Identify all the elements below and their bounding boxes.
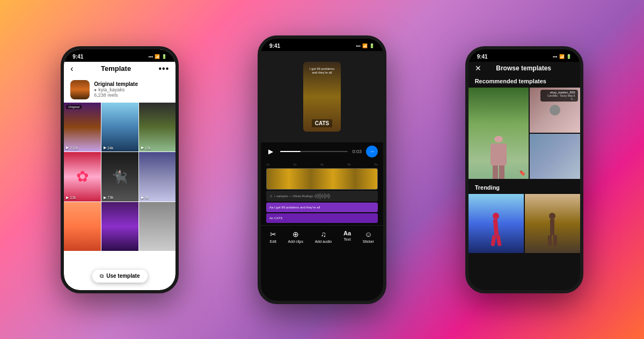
sticker-icon: ☺ — [364, 230, 372, 239]
wifi-icon-3: 📶 — [559, 54, 565, 59]
ruler-3s: 3s — [320, 163, 324, 166]
grid-thumb-0 — [64, 103, 101, 152]
main-container: 9:41 ▪▪▪ 📶 🔋 ‹ Template ••• Origin — [0, 0, 644, 339]
rec-side-top[interactable]: okay_kaiden_859 CaroMia · Tacey Was A C.… — [530, 88, 580, 133]
signal-icon: ▪▪▪ — [149, 54, 153, 59]
grid-item-8[interactable] — [139, 202, 176, 251]
grid-item-2[interactable]: ▶ 13k — [139, 103, 176, 152]
music-icon: ♫ — [269, 194, 272, 198]
video-preview: I got 99 problems and they're all CATS — [261, 51, 383, 142]
original-badge: Original — [66, 105, 82, 109]
status-icons-1: ▪▪▪ 📶 🔋 — [149, 54, 167, 59]
toolbar-text[interactable]: Aa Text — [343, 230, 351, 243]
view-count-3: ▶ 11k — [66, 196, 76, 200]
grid-thumb-2 — [139, 103, 176, 152]
text-icon: Aa — [343, 230, 351, 236]
back-button[interactable]: ‹ — [70, 64, 73, 74]
phone1-title: Template — [101, 64, 131, 73]
ruler-4s: 4s — [347, 163, 350, 166]
caption-bar-1[interactable]: Aa I got 99 problems and they're all — [266, 203, 378, 212]
phone-2: 9:41 ▪▪▪ 📶 🔋 I got 99 problems and they'… — [258, 35, 386, 304]
rec-main-item[interactable]: 🔖 — [469, 88, 529, 179]
play-button[interactable]: ▶ — [266, 147, 276, 156]
use-template-button[interactable]: ⧉ Use template — [92, 270, 147, 283]
trending-item-1[interactable] — [469, 194, 524, 253]
play-icon-5: ▶ — [141, 196, 144, 200]
grid-thumb-1 — [101, 103, 138, 152]
play-icon-0: ▶ — [66, 146, 69, 150]
notch-3 — [508, 49, 540, 54]
grid-thumb-6 — [64, 202, 101, 251]
grid-item-5[interactable]: ▶ 8k — [139, 152, 176, 201]
use-template-icon: ⧉ — [100, 273, 104, 279]
grid-item-3[interactable]: ✿ ▶ 11k — [64, 152, 101, 201]
caption-text-1: Aa I got 99 problems and they're all — [269, 206, 320, 209]
battery-icon-3: 🔋 — [566, 54, 572, 59]
person-figure — [485, 125, 512, 179]
dance-silhouette-2 — [541, 210, 563, 253]
status-time-1: 9:41 — [72, 54, 83, 60]
grid-item-6[interactable] — [64, 202, 101, 251]
toolbar-edit[interactable]: ✂ Edit — [270, 230, 276, 243]
toolbar-add-audio[interactable]: ♫ Add audio — [315, 230, 332, 243]
next-button[interactable]: → — [366, 146, 378, 157]
use-template-label: Use template — [106, 273, 140, 279]
add-audio-label: Add audio — [315, 240, 332, 243]
play-icon-1: ▶ — [104, 146, 106, 150]
timeline-bar[interactable] — [280, 151, 348, 152]
phone-3: 9:41 ▪▪▪ 📶 🔋 ✕ Browse templates Recommen… — [465, 46, 583, 293]
username-badge: okay_kaiden_859 CaroMia · Tacey Was A C.… — [540, 90, 578, 102]
clip-strip[interactable] — [266, 168, 378, 190]
recommended-grid: 🔖 okay_kaiden_859 CaroMia · Tacey Was A … — [469, 88, 580, 179]
profile-avatar — [70, 80, 90, 99]
time-label: 0:03 — [352, 149, 362, 154]
status-time-3: 9:41 — [477, 54, 488, 60]
caption-bar-2[interactable]: An CATS — [266, 213, 378, 223]
rec-side-bottom[interactable] — [530, 134, 580, 179]
phone1-profile: Original template ● kyia_kayaks 6,238 re… — [64, 77, 175, 103]
close-button[interactable]: ✕ — [475, 64, 481, 73]
phone-1-screen: 9:41 ▪▪▪ 📶 🔋 ‹ Template ••• Origin — [64, 49, 175, 290]
grid-thumb-8 — [139, 202, 176, 251]
status-icons-2: ▪▪▪ 📶 🔋 — [356, 44, 375, 48]
ruler-5s: 5s — [375, 163, 378, 166]
add-clips-label: Add clips — [288, 240, 303, 243]
profile-icon: ● — [94, 88, 97, 92]
status-time-2: 9:41 — [269, 43, 280, 49]
bottom-toolbar: ✂ Edit ⊕ Add clips ♫ Add audio Aa Text ☺ — [261, 225, 383, 246]
edit-icon: ✂ — [270, 230, 276, 239]
media-grid: Original ▶ 212k ▶ 24k ▶ — [64, 103, 175, 251]
grid-thumb-3: ✿ — [64, 152, 101, 201]
grid-item-0[interactable]: Original ▶ 212k — [64, 103, 101, 152]
timeline-ruler: 1s 2s 3s 4s 5s — [261, 161, 383, 168]
ruler-1s: 1s — [266, 163, 269, 166]
trending-grid — [469, 194, 580, 253]
grid-thumb-4: 🐈‍⬛ — [101, 152, 138, 201]
view-count-2: ▶ 13k — [141, 146, 151, 150]
recommended-section-label: Recommended templates — [469, 76, 580, 88]
trending-item-2[interactable] — [525, 194, 580, 253]
grid-item-1[interactable]: ▶ 24k — [101, 103, 138, 152]
bookmark-icon[interactable]: 🔖 — [519, 170, 525, 176]
notch-2 — [306, 39, 338, 43]
playback-bar: ▶ 0:03 → — [261, 142, 383, 161]
grid-thumb-7 — [101, 202, 138, 251]
phone3-header: ✕ Browse templates — [469, 62, 580, 76]
view-count-4: ▶ 73k — [104, 196, 113, 200]
signal-icon-3: ▪▪▪ — [553, 54, 558, 59]
view-count-0: ▶ 212k — [66, 146, 78, 150]
timeline-progress — [280, 151, 301, 152]
play-icon-3: ▶ — [66, 196, 69, 200]
grid-item-4[interactable]: 🐈‍⬛ ▶ 73k — [101, 152, 138, 201]
profile-info: Original template ● kyia_kayaks 6,238 re… — [94, 81, 138, 98]
overlay-text-1: I got 99 problems and they're all — [307, 67, 336, 76]
audio-waveform — [314, 193, 375, 199]
toolbar-sticker[interactable]: ☺ Sticker — [363, 230, 374, 243]
grid-thumb-5 — [139, 152, 176, 201]
phone3-title: Browse templates — [496, 64, 551, 72]
ruler-2s: 2s — [293, 163, 296, 166]
grid-item-7[interactable] — [101, 202, 138, 251]
menu-button[interactable]: ••• — [159, 64, 170, 74]
toolbar-add-clips[interactable]: ⊕ Add clips — [288, 230, 303, 243]
status-icons-3: ▪▪▪ 📶 🔋 — [553, 54, 572, 59]
